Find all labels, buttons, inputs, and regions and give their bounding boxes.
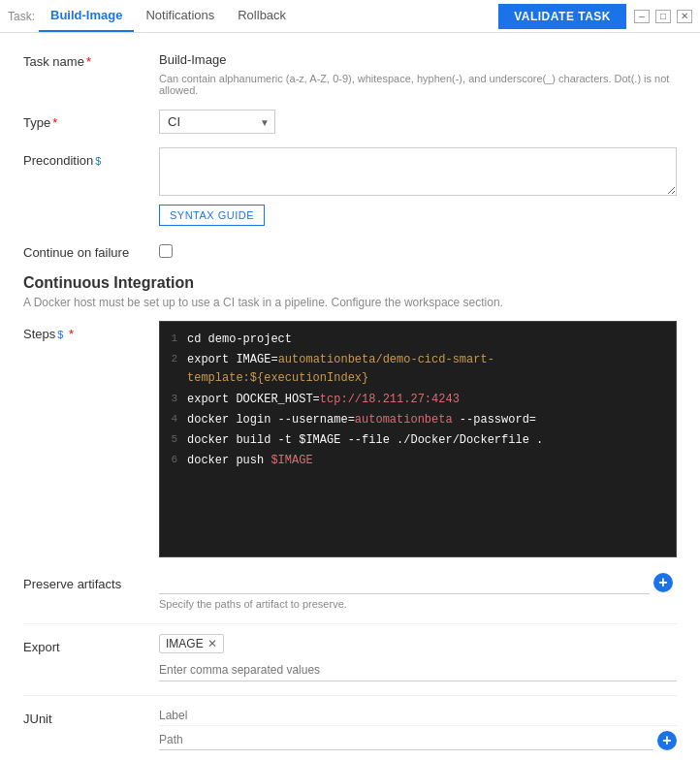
task-name-row: Task name* Build-Image Can contain alpha… [23, 48, 677, 96]
close-button[interactable]: ✕ [677, 10, 692, 23]
divider-1 [23, 623, 677, 624]
junit-path-input[interactable] [159, 730, 653, 750]
junit-path-row: + [159, 730, 677, 750]
line-num-1: 1 [160, 331, 187, 349]
type-select[interactable]: CI CD [159, 110, 275, 134]
code-line-1: 1 cd demo-project [160, 330, 676, 350]
continue-on-failure-checkbox[interactable] [159, 244, 173, 258]
line-num-2: 2 [160, 351, 187, 388]
main-content: Task name* Build-Image Can contain alpha… [0, 33, 700, 760]
precondition-row: Precondition$ SYNTAX GUIDE [23, 147, 677, 226]
precondition-label: Precondition$ [23, 147, 159, 168]
section-title: Continuous Integration [23, 274, 677, 292]
steps-label: Steps$ * [23, 321, 159, 341]
preserve-artifacts-input[interactable] [159, 571, 650, 594]
code-line-2: 2 export IMAGE=automationbeta/demo-cicd-… [160, 350, 676, 389]
type-content: CI CD ▼ [159, 110, 677, 134]
junit-label-input[interactable] [159, 706, 677, 726]
window-controls: – □ ✕ [634, 10, 692, 23]
code-line-3: 3 export DOCKER_HOST=tcp://18.211.27:424… [160, 390, 676, 410]
precondition-info-link[interactable]: $ [95, 155, 101, 167]
line-content-2: export IMAGE=automationbeta/demo-cicd-sm… [187, 351, 676, 388]
precondition-content: SYNTAX GUIDE [159, 147, 677, 226]
export-row: Export IMAGE ✕ [23, 634, 677, 681]
export-input[interactable] [159, 659, 677, 681]
export-label: Export [23, 634, 159, 654]
steps-content: 1 cd demo-project 2 export IMAGE=automat… [159, 321, 677, 557]
restore-button[interactable]: □ [655, 10, 671, 23]
divider-2 [23, 695, 677, 696]
tab-notifications[interactable]: Notifications [134, 0, 226, 32]
steps-info-link[interactable]: $ [57, 329, 63, 340]
minimize-button[interactable]: – [634, 10, 650, 23]
line-num-5: 5 [160, 431, 187, 450]
line-content-6: docker push $IMAGE [187, 452, 676, 470]
tab-build-image[interactable]: Build-Image [39, 0, 134, 32]
header: Task: Build-Image Notifications Rollback… [0, 0, 700, 33]
code-line-4: 4 docker login --username=automationbeta… [160, 410, 676, 430]
validate-task-button[interactable]: VALIDATE TASK [498, 4, 626, 29]
export-tags-row: IMAGE ✕ [159, 634, 677, 653]
export-tag-label: IMAGE [166, 637, 204, 650]
task-name-content: Build-Image Can contain alphanumeric (a-… [159, 48, 677, 96]
task-name-value: Build-Image [159, 48, 677, 71]
steps-code-editor[interactable]: 1 cd demo-project 2 export IMAGE=automat… [159, 321, 677, 557]
line-content-5: docker build -t $IMAGE --file ./Docker/D… [187, 431, 676, 450]
task-name-label: Task name* [23, 48, 159, 69]
precondition-textarea[interactable] [159, 147, 677, 196]
junit-row: JUnit + [23, 706, 677, 758]
type-row: Type* CI CD ▼ [23, 110, 677, 134]
preserve-artifacts-label: Preserve artifacts [23, 571, 159, 591]
continue-on-failure-content [159, 239, 677, 261]
task-prefix: Task: [8, 10, 35, 23]
junit-content: + [159, 706, 677, 750]
steps-row: Steps$ * 1 cd demo-project 2 export IMAG… [23, 321, 677, 557]
export-tag-image: IMAGE ✕ [159, 634, 224, 653]
export-content: IMAGE ✕ [159, 634, 677, 681]
line-content-4: docker login --username=automationbeta -… [187, 411, 676, 429]
preserve-artifacts-content: + Specify the paths of artifact to prese… [159, 571, 677, 610]
type-select-wrapper: CI CD ▼ [159, 110, 275, 134]
line-num-6: 6 [160, 452, 187, 470]
task-name-hint: Can contain alphanumeric (a-z, A-Z, 0-9)… [159, 73, 677, 96]
line-num-4: 4 [160, 411, 187, 429]
line-num-3: 3 [160, 391, 187, 409]
junit-label: JUnit [23, 706, 159, 726]
tab-rollback[interactable]: Rollback [226, 0, 298, 32]
preserve-artifacts-row: Preserve artifacts + Specify the paths o… [23, 571, 677, 610]
code-line-6: 6 docker push $IMAGE [160, 451, 676, 471]
line-content-3: export DOCKER_HOST=tcp://18.211.27:4243 [187, 391, 676, 409]
syntax-guide-button[interactable]: SYNTAX GUIDE [159, 205, 265, 226]
line-content-1: cd demo-project [187, 331, 676, 349]
add-artifact-icon[interactable]: + [653, 573, 673, 592]
add-junit-icon[interactable]: + [657, 731, 677, 750]
continue-on-failure-label: Continue on failure [23, 239, 159, 260]
code-line-5: 5 docker build -t $IMAGE --file ./Docker… [160, 430, 676, 451]
export-tag-remove-icon[interactable]: ✕ [207, 637, 217, 650]
preserve-artifacts-hint: Specify the paths of artifact to preserv… [159, 598, 677, 610]
section-desc: A Docker host must be set up to use a CI… [23, 296, 677, 309]
type-label: Type* [23, 110, 159, 130]
continue-on-failure-row: Continue on failure [23, 239, 677, 261]
